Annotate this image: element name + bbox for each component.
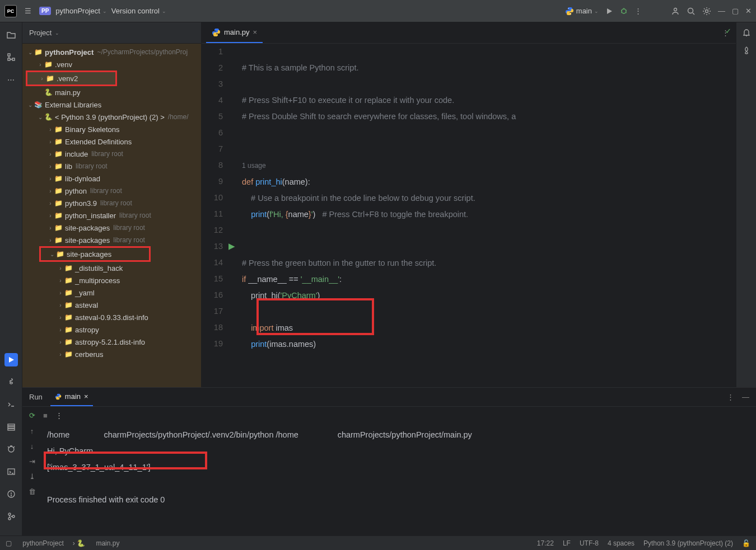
tree-folder[interactable]: ›📁cerberus	[22, 348, 201, 360]
python-packages-icon[interactable]	[4, 375, 18, 389]
tree-folder-venv2[interactable]: ›📁.venv2	[27, 72, 115, 84]
down-stack-icon[interactable]: ↓	[30, 442, 34, 450]
tree-folder[interactable]: ›📁python3.9library root	[22, 197, 201, 209]
output-line: charmProjects/pythonProject/.venv2/bin/p…	[104, 430, 298, 439]
readonly-lock-icon[interactable]: 🔓	[742, 539, 750, 547]
search-icon[interactable]	[687, 7, 696, 16]
run-gutter-icon[interactable]: ▶	[228, 238, 240, 255]
status-line-sep[interactable]: LF	[563, 539, 571, 547]
usage-hint[interactable]: 1 usage	[242, 162, 266, 170]
tree-folder-site-packages[interactable]: ⌄📁site-packages	[41, 248, 149, 260]
python-console-icon[interactable]	[4, 398, 18, 411]
breadcrumb[interactable]: main.py	[96, 539, 119, 547]
tree-label: .venv	[55, 60, 72, 69]
more-actions-icon[interactable]: ⋮	[634, 7, 642, 15]
close-tab-icon[interactable]: ×	[253, 28, 258, 36]
terminal-icon[interactable]	[4, 465, 18, 478]
clear-icon[interactable]: 🗑	[29, 487, 36, 496]
vcs-dropdown[interactable]: Version control⌄	[111, 7, 166, 15]
chevron-down-icon: ⌄	[594, 8, 599, 14]
gutter: 12345678910111213141516171819	[202, 44, 228, 387]
tree-folder[interactable]: ›📁_distutils_hack	[22, 262, 201, 274]
notifications-icon[interactable]	[742, 28, 751, 37]
project-panel-header[interactable]: Project ⌄	[22, 22, 201, 44]
tree-folder[interactable]: ›📁pythonlibrary root	[22, 185, 201, 197]
rerun-icon[interactable]: ⟳	[29, 411, 35, 420]
vcs-label: Version control	[111, 7, 160, 15]
tree-label: < Python 3.9 (pythonProject) (2) >	[55, 113, 165, 121]
run-button[interactable]	[605, 7, 613, 15]
close-window-icon[interactable]: ✕	[745, 7, 752, 15]
services-icon[interactable]	[4, 420, 18, 434]
tree-folder[interactable]: ›📁_yaml	[22, 286, 201, 299]
tree-folder[interactable]: ›📁astropy-5.2.1.dist-info	[22, 336, 201, 348]
project-tool-icon[interactable]	[4, 28, 18, 41]
debug-button[interactable]	[620, 7, 628, 15]
status-indent[interactable]: 4 spaces	[608, 539, 634, 547]
code-with-me-icon[interactable]	[671, 7, 680, 16]
soft-wrap-icon[interactable]: ⇥	[29, 457, 35, 466]
tree-file-main[interactable]: 🐍main.py	[22, 86, 201, 98]
code-line: # Use a breakpoint in the code line belo…	[242, 194, 475, 203]
run-more-icon[interactable]: ⋮	[727, 393, 734, 401]
structure-tool-icon[interactable]	[4, 50, 18, 64]
inspection-ok-icon[interactable]: ✓	[725, 27, 731, 35]
code-token: name	[288, 210, 309, 219]
tree-folder[interactable]: ›📁lib-dynload	[22, 172, 201, 185]
tree-hint: library root	[113, 224, 145, 232]
editor-tab-main[interactable]: main.py ×	[206, 22, 263, 43]
output-line: Process finished with exit code 0	[47, 495, 165, 504]
tree-folder[interactable]: ›📁asteval	[22, 299, 201, 311]
run-toolbar-more-icon[interactable]: ⋮	[55, 411, 63, 420]
tree-label: External Libraries	[45, 101, 101, 109]
ai-assistant-icon[interactable]	[742, 46, 751, 55]
up-stack-icon[interactable]: ↑	[30, 427, 34, 435]
tree-folder[interactable]: ›📁Extended Definitions	[22, 135, 201, 148]
main-menu-icon[interactable]: ☰	[25, 7, 31, 15]
tree-folder[interactable]: ›📁Binary Skeletons	[22, 123, 201, 135]
tree-folder[interactable]: ›📁python_installerlibrary root	[22, 209, 201, 222]
breadcrumb[interactable]: pythonProject	[22, 539, 63, 547]
tree-python-sdk[interactable]: ⌄🐍< Python 3.9 (pythonProject) (2) >/hom…	[22, 111, 201, 123]
maximize-icon[interactable]: ▢	[732, 7, 739, 15]
svg-rect-15	[8, 424, 15, 426]
project-tree[interactable]: ⌄📁pythonProject~/PycharmProjects/pythonP…	[22, 44, 201, 387]
tree-folder-venv[interactable]: ›📁.venv	[22, 58, 201, 70]
tree-folder[interactable]: ›📁site-packageslibrary root	[22, 234, 201, 246]
svg-point-24	[8, 518, 11, 520]
minimize-icon[interactable]: —	[718, 7, 725, 15]
status-encoding[interactable]: UTF-8	[580, 539, 599, 547]
tree-folder[interactable]: ›📁site-packageslibrary root	[22, 222, 201, 234]
tree-external-libs[interactable]: ⌄📚External Libraries	[22, 98, 201, 111]
debug-tool-icon[interactable]	[4, 443, 18, 456]
run-tab-main[interactable]: main ×	[50, 388, 93, 406]
tree-folder[interactable]: ›📁includelibrary root	[22, 148, 201, 160]
vcs-tool-icon[interactable]	[4, 510, 18, 523]
project-dropdown[interactable]: pythonProject⌄	[55, 7, 107, 15]
tree-folder[interactable]: ›📁liblibrary root	[22, 160, 201, 172]
tree-folder[interactable]: ›📁_multiprocess	[22, 274, 201, 286]
editor-body[interactable]: 12345678910111213141516171819 ▶ # This i…	[202, 44, 736, 387]
tree-label: include	[65, 150, 88, 158]
tree-hint: library root	[119, 211, 151, 219]
code-token	[242, 323, 251, 332]
code-area[interactable]: # This is a sample Python script. # Pres…	[240, 44, 736, 387]
more-tools-icon[interactable]: ⋯	[4, 73, 18, 86]
run-output[interactable]: /home charmProjects/pythonProject/.venv2…	[41, 424, 756, 535]
scroll-end-icon[interactable]: ⤓	[29, 472, 35, 481]
run-tool-icon[interactable]	[4, 353, 18, 366]
run-config-selector[interactable]: main⌄	[565, 7, 599, 16]
svg-point-8	[674, 8, 677, 11]
tree-label: cerberus	[75, 350, 104, 359]
run-config-label: main	[576, 7, 592, 15]
tree-folder[interactable]: ›📁astropy	[22, 323, 201, 336]
hide-panel-icon[interactable]: —	[742, 393, 749, 401]
settings-icon[interactable]	[702, 7, 711, 16]
status-interpreter[interactable]: Python 3.9 (pythonProject) (2)	[643, 539, 733, 547]
problems-icon[interactable]	[4, 487, 18, 501]
tree-root[interactable]: ⌄📁pythonProject~/PycharmProjects/pythonP…	[22, 46, 201, 58]
stop-icon[interactable]: ■	[43, 411, 48, 420]
run-panel: Run main × ⋮ — ⟳ ■ ⋮ ↑ ↓ ⇥	[22, 387, 756, 535]
close-tab-icon[interactable]: ×	[84, 392, 88, 401]
tree-folder[interactable]: ›📁asteval-0.9.33.dist-info	[22, 311, 201, 323]
